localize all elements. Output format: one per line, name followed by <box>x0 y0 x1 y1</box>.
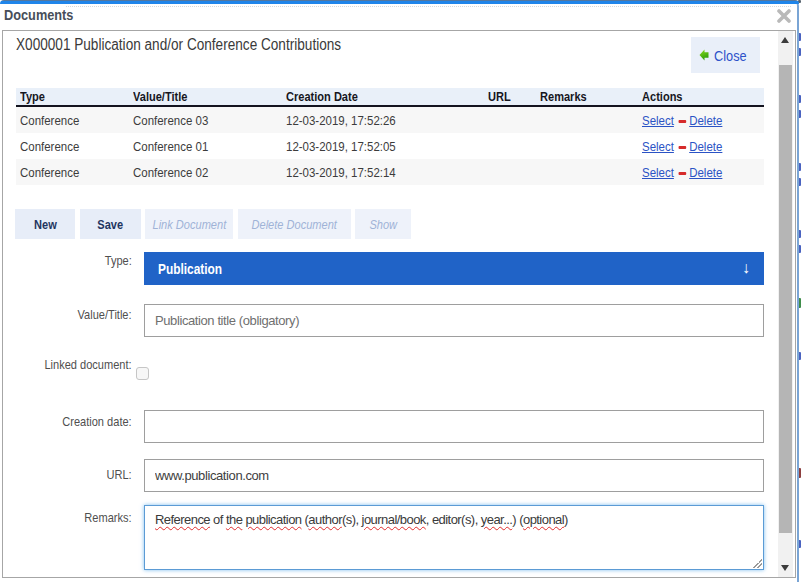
remarks-word-misspelled: author <box>308 512 342 527</box>
value-title-input[interactable] <box>144 304 764 337</box>
chevron-down-icon: ↓ <box>742 259 750 277</box>
show-button[interactable]: Show <box>355 209 411 239</box>
remarks-word-misspelled: journal/book <box>362 512 426 527</box>
cell-value-title: Conference 01 <box>133 139 208 154</box>
remarks-word: (s), <box>342 512 362 527</box>
cell-value-title: Conference 03 <box>133 113 208 128</box>
vertical-scrollbar[interactable] <box>778 31 793 577</box>
remarks-word: ) <box>564 512 568 527</box>
remarks-word: ) ( <box>512 512 523 527</box>
document-header-title: X000001 Publication and/or Conference Co… <box>16 36 341 54</box>
cell-type: Conference <box>20 139 79 154</box>
dialog-titlebar: Documents <box>2 4 797 28</box>
url-input[interactable] <box>144 459 764 492</box>
column-header-remarks: Remarks <box>540 89 587 104</box>
remarks-word-misspelled: Reference <box>155 512 210 527</box>
link-document-button[interactable]: Link Document <box>145 209 233 239</box>
scroll-up-arrow-icon[interactable] <box>781 37 789 43</box>
remarks-word-misspelled: optional <box>523 512 564 527</box>
remarks-label: Remarks: <box>3 510 132 525</box>
delete-link[interactable]: Delete <box>689 139 722 154</box>
close-button[interactable]: Close <box>691 37 760 73</box>
linked-document-label: Linked document: <box>3 357 132 372</box>
type-label: Type: <box>3 253 132 268</box>
delete-link[interactable]: Delete <box>689 113 722 128</box>
delete-link[interactable]: Delete <box>689 165 722 180</box>
close-button-label: Close <box>714 47 747 64</box>
remarks-word: , editor(s), <box>426 512 481 527</box>
cell-type: Conference <box>20 165 79 180</box>
cell-type: Conference <box>20 113 79 128</box>
select-link[interactable]: Select <box>642 139 674 154</box>
column-header-type: Type <box>20 89 45 104</box>
cell-creation-date: 12-03-2019, 17:52:26 <box>286 113 396 128</box>
creation-date-input[interactable] <box>144 410 764 443</box>
remarks-word-misspelled: publication <box>245 512 301 527</box>
select-link[interactable]: Select <box>642 113 674 128</box>
url-label: URL: <box>3 467 132 482</box>
scrollbar-thumb[interactable] <box>779 65 792 533</box>
new-button[interactable]: New <box>15 209 75 239</box>
type-dropdown-value: Publication <box>158 261 222 277</box>
delete-minus-icon <box>678 172 686 175</box>
cell-value-title: Conference 02 <box>133 165 208 180</box>
cell-creation-date: 12-03-2019, 17:52:05 <box>286 139 396 154</box>
type-dropdown[interactable]: Publication ↓ <box>144 252 764 285</box>
table-row: Conference Conference 03 12-03-2019, 17:… <box>16 107 764 133</box>
dialog-title: Documents <box>4 6 73 23</box>
column-header-value-title: Value/Title <box>133 89 187 104</box>
table-header-row: Type Value/Title Creation Date URL Remar… <box>16 88 764 107</box>
save-button[interactable]: Save <box>80 209 141 239</box>
green-back-arrow-icon <box>699 49 709 61</box>
delete-minus-icon <box>678 146 686 149</box>
remarks-word-misspelled: the <box>226 512 242 527</box>
column-header-creation-date: Creation Date <box>286 89 358 104</box>
cell-creation-date: 12-03-2019, 17:52:14 <box>286 165 396 180</box>
remarks-word-misspelled: year... <box>481 512 513 527</box>
scroll-down-arrow-icon[interactable] <box>781 565 789 571</box>
textarea-resize-handle[interactable] <box>753 559 762 568</box>
close-x-icon[interactable] <box>777 9 791 23</box>
delete-document-button[interactable]: Delete Document <box>238 209 351 239</box>
remarks-text: Reference of the publication (author(s),… <box>155 512 568 527</box>
table-row: Conference Conference 02 12-03-2019, 17:… <box>16 159 764 185</box>
documents-table: Type Value/Title Creation Date URL Remar… <box>16 88 764 185</box>
value-title-label: Value/Title: <box>3 307 132 322</box>
delete-minus-icon <box>678 120 686 123</box>
column-header-actions: Actions <box>642 89 683 104</box>
table-row: Conference Conference 01 12-03-2019, 17:… <box>16 133 764 159</box>
select-link[interactable]: Select <box>642 165 674 180</box>
dialog-content-panel: X000001 Publication and/or Conference Co… <box>2 30 796 578</box>
remarks-textarea[interactable]: Reference of the publication (author(s),… <box>144 505 764 570</box>
creation-date-label: Creation date: <box>3 414 132 429</box>
documents-dialog: Documents X000001 Publication and/or Con… <box>0 0 799 582</box>
column-header-url: URL <box>488 89 511 104</box>
remarks-word: of <box>210 512 226 527</box>
linked-document-checkbox[interactable] <box>136 367 149 380</box>
